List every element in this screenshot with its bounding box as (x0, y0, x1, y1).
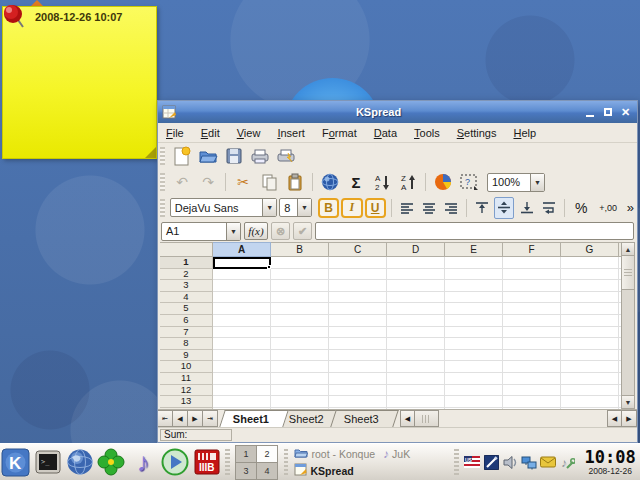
cell-C12[interactable] (329, 385, 387, 397)
cell-C1[interactable] (329, 257, 387, 269)
chevron-down-icon[interactable]: ▼ (297, 199, 311, 216)
row-header-13[interactable]: 13 (160, 396, 213, 408)
cell-B6[interactable] (271, 315, 329, 327)
hscroll-left-button[interactable]: ◀ (400, 410, 415, 427)
knotes-tray-button[interactable] (483, 454, 499, 470)
maximize-button[interactable] (599, 105, 616, 120)
cell-C3[interactable] (329, 280, 387, 292)
cell-B4[interactable] (271, 292, 329, 304)
cell-G13[interactable] (561, 396, 619, 408)
cell-G10[interactable] (561, 361, 619, 373)
cell-F6[interactable] (503, 315, 561, 327)
cell-E10[interactable] (445, 361, 503, 373)
title-bar[interactable]: KSpread ✕ (158, 101, 637, 123)
insert-chart-button[interactable] (431, 171, 455, 193)
cell-G3[interactable] (561, 280, 619, 292)
cell-F7[interactable] (503, 327, 561, 339)
cell-A7[interactable] (213, 327, 271, 339)
sticky-note[interactable]: 2008-12-26 10:07 (2, 6, 157, 159)
cell-G4[interactable] (561, 292, 619, 304)
cell-F9[interactable] (503, 350, 561, 362)
menu-file[interactable]: File (166, 127, 184, 139)
column-header-E[interactable]: E (445, 242, 503, 257)
cell-D8[interactable] (387, 338, 445, 350)
row-header-11[interactable]: 11 (160, 373, 213, 385)
cell-E13[interactable] (445, 396, 503, 408)
network-monitor-button[interactable] (521, 454, 537, 470)
cell-F1[interactable] (503, 257, 561, 269)
pager-desktop-2[interactable]: 2 (256, 445, 278, 463)
cell-F10[interactable] (503, 361, 561, 373)
vertical-scrollbar[interactable]: ▲ ▼ (621, 242, 635, 409)
cell-D13[interactable] (387, 396, 445, 408)
copy-button[interactable] (257, 171, 281, 193)
link-button[interactable] (318, 171, 342, 193)
cell-E1[interactable] (445, 257, 503, 269)
cell-G11[interactable] (561, 373, 619, 385)
applet-drag-handle[interactable] (284, 449, 289, 475)
toolbar-drag-handle[interactable] (160, 147, 165, 165)
juk-tray-button[interactable]: ♪ (559, 454, 575, 470)
cell-C4[interactable] (329, 292, 387, 304)
cut-button[interactable]: ✂ (231, 171, 255, 193)
cell-A8[interactable] (213, 338, 271, 350)
cell-D6[interactable] (387, 315, 445, 327)
kopete-launcher[interactable] (95, 446, 127, 479)
cell-C2[interactable] (329, 269, 387, 281)
select-all-corner[interactable] (160, 242, 213, 257)
pager-desktop-3[interactable]: 3 (235, 462, 257, 480)
cell-G1[interactable] (561, 257, 619, 269)
scroll-up-button[interactable]: ▲ (622, 243, 634, 256)
print-button[interactable] (248, 145, 272, 167)
sticky-note-title[interactable]: 2008-12-26 10:07 (35, 11, 122, 23)
task-kspread[interactable]: KSpread (290, 463, 357, 479)
underline-button[interactable]: U (365, 198, 386, 218)
percent-format-button[interactable]: % (570, 197, 593, 219)
align-top-button[interactable] (472, 197, 492, 219)
print-preview-button[interactable] (274, 145, 298, 167)
applet-drag-handle[interactable] (454, 449, 459, 475)
align-bottom-button[interactable] (516, 197, 536, 219)
cell-reference-box[interactable]: A1 ▼ (161, 222, 241, 241)
cell-A12[interactable] (213, 385, 271, 397)
cell-E3[interactable] (445, 280, 503, 292)
paste-button[interactable] (283, 171, 307, 193)
increase-precision-button[interactable]: +,00 (595, 197, 622, 219)
menu-data[interactable]: Data (374, 127, 397, 139)
cell-B13[interactable] (271, 396, 329, 408)
italic-button[interactable]: I (341, 198, 362, 218)
sheet-tab-sheet1[interactable]: Sheet1 (219, 410, 289, 427)
align-right-button[interactable] (441, 197, 461, 219)
toolbar-drag-handle[interactable] (160, 173, 165, 191)
sort-ascending-button[interactable]: A2 (370, 171, 394, 193)
korganizer-reminder-button[interactable] (540, 454, 556, 470)
align-middle-button[interactable] (494, 197, 514, 219)
new-document-button[interactable] (170, 145, 194, 167)
last-sheet-button[interactable]: ⇥ (203, 410, 218, 427)
scroll-down-button[interactable]: ▼ (622, 395, 634, 408)
cell-B5[interactable] (271, 303, 329, 315)
cell-A1[interactable] (213, 257, 271, 269)
minimize-button[interactable] (581, 105, 598, 120)
cell-D2[interactable] (387, 269, 445, 281)
row-header-6[interactable]: 6 (160, 315, 213, 327)
cell-C11[interactable] (329, 373, 387, 385)
cell-A6[interactable] (213, 315, 271, 327)
menu-settings[interactable]: Settings (457, 127, 497, 139)
cell-B12[interactable] (271, 385, 329, 397)
taskbar-clock[interactable]: 10:08 2008-12-26 (580, 449, 640, 476)
insert-object-button[interactable]: ? (457, 171, 481, 193)
save-button[interactable] (222, 145, 246, 167)
menu-format[interactable]: Format (322, 127, 357, 139)
cell-F8[interactable] (503, 338, 561, 350)
cell-G6[interactable] (561, 315, 619, 327)
cell-D12[interactable] (387, 385, 445, 397)
cell-E9[interactable] (445, 350, 503, 362)
chevron-down-icon[interactable]: ▼ (226, 223, 240, 240)
cell-B2[interactable] (271, 269, 329, 281)
cell-E7[interactable] (445, 327, 503, 339)
cell-C6[interactable] (329, 315, 387, 327)
media-player-launcher[interactable] (159, 446, 191, 479)
cell-E2[interactable] (445, 269, 503, 281)
column-header-B[interactable]: B (271, 242, 329, 257)
